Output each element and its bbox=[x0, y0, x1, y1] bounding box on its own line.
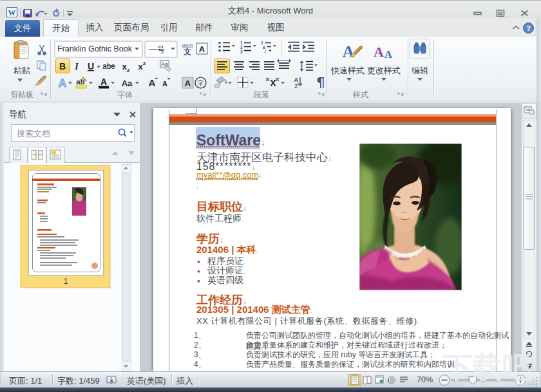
svg-text:?: ? bbox=[526, 24, 531, 32]
svg-text:1: 1 bbox=[261, 41, 263, 45]
svg-text:A: A bbox=[374, 44, 384, 60]
svg-text:1: 1 bbox=[64, 277, 68, 286]
svg-text:A: A bbox=[59, 77, 66, 89]
svg-text:a: a bbox=[263, 45, 265, 50]
svg-text:文: 文 bbox=[183, 47, 191, 56]
svg-text:A: A bbox=[343, 42, 355, 61]
svg-text:2: 2 bbox=[127, 68, 130, 73]
svg-text:A: A bbox=[384, 48, 393, 61]
svg-text:A: A bbox=[185, 79, 191, 88]
svg-text:Z: Z bbox=[294, 83, 298, 89]
svg-text:Aa: Aa bbox=[122, 79, 133, 88]
svg-text:2: 2 bbox=[143, 61, 146, 66]
svg-text:i: i bbox=[265, 50, 266, 54]
svg-text:A: A bbox=[149, 77, 156, 88]
svg-text:B: B bbox=[59, 61, 66, 71]
svg-text:A: A bbox=[100, 77, 107, 87]
svg-text:I: I bbox=[74, 62, 79, 71]
svg-text:A: A bbox=[199, 44, 205, 54]
svg-text:3: 3 bbox=[240, 50, 243, 54]
svg-text:1: 1 bbox=[240, 41, 243, 45]
svg-text:字: 字 bbox=[198, 80, 204, 87]
svg-text:U: U bbox=[88, 61, 94, 71]
svg-text:X: X bbox=[270, 78, 276, 88]
svg-text:A: A bbox=[294, 77, 299, 83]
svg-text:A: A bbox=[162, 80, 167, 88]
svg-text:2: 2 bbox=[240, 45, 243, 50]
